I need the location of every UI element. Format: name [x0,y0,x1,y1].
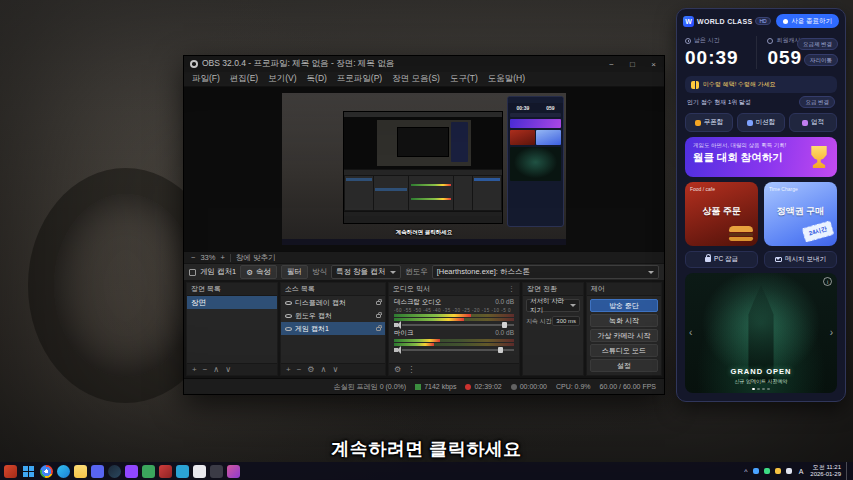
obs-window[interactable]: OBS 32.0.4 - 프로파일: 제목 없음 - 장면: 제목 없음 − □… [183,55,665,395]
window-dropdown[interactable]: [Hearthstone.exe]: 하스스톤 [432,265,659,279]
taskbar-app-icon[interactable] [125,465,138,478]
mail-icon [775,257,782,262]
mixer-config-icon[interactable]: ⚙ [394,366,401,374]
taskbar-app-icon[interactable] [193,465,206,478]
taskbar-app-icon[interactable] [57,465,70,478]
add-source-icon[interactable]: + [286,366,291,374]
remove-source-icon[interactable]: − [297,366,302,374]
tab-coupon-box[interactable]: 쿠폰함 [685,113,733,132]
taskbar-app-icon[interactable] [40,465,53,478]
tray-app-icon[interactable] [775,468,781,474]
carousel-next-icon[interactable]: › [830,327,833,338]
game-ad-banner[interactable]: GRAND OPEN 신규 업데이트 사전예약 i ‹ › [685,273,837,393]
visibility-eye-icon[interactable] [285,327,292,331]
add-scene-icon[interactable]: + [192,366,197,374]
source-row[interactable]: 윈도우 캡처 [281,309,385,322]
taskbar-app-icon[interactable] [159,465,172,478]
windows-start-icon[interactable] [23,466,34,477]
volume-slider[interactable] [402,324,514,326]
lock-icon[interactable] [376,314,381,318]
show-desktop-button[interactable] [846,462,849,480]
source-up-icon[interactable]: ∧ [321,366,327,374]
time-pass-card[interactable]: Time Charge 정액권 구매 24시간 [764,182,837,246]
speaker-icon[interactable] [394,348,398,352]
tab-achievements[interactable]: 업적 [789,113,837,132]
fit-to-window-button[interactable]: 창에 맞추기 [236,253,276,263]
taskbar-app-icon[interactable] [142,465,155,478]
hd-badge[interactable]: HD [755,17,770,25]
taskbar-app-icon[interactable] [108,465,121,478]
scene-down-icon[interactable]: ∨ [225,366,231,374]
lock-icon[interactable] [376,301,381,305]
studio-mode-button[interactable]: 스튜디오 모드 [590,344,658,357]
volume-meter [394,343,514,346]
taskbar-app-icon[interactable] [227,465,240,478]
source-properties-icon[interactable]: ⚙ [307,366,314,374]
filters-button[interactable]: 필터 [281,265,308,279]
mixer-menu-icon[interactable]: ⋮ [508,285,515,293]
volume-slider[interactable] [402,349,514,351]
rate-change-pill[interactable]: 요금제 변경 [797,38,838,50]
click-to-continue-text[interactable]: 계속하려면 클릭하세요 [0,437,853,461]
tray-app-icon[interactable] [753,468,759,474]
properties-button[interactable]: ⚙ 속성 [240,265,277,279]
menu-edit[interactable]: 편집(E) [225,73,263,85]
visibility-eye-icon[interactable] [285,301,292,305]
menu-view[interactable]: 보기(V) [263,73,301,85]
carousel-dots[interactable] [685,388,837,391]
end-session-button[interactable]: 사용 종료하기 [776,14,839,28]
start-recording-button[interactable]: 녹화 시작 [590,314,658,327]
duration-spinbox[interactable]: 300 ms [552,316,580,326]
scene-up-icon[interactable]: ∧ [213,366,219,374]
seat-move-button[interactable]: 자리이동 [804,54,838,66]
zoom-out-icon[interactable]: − [191,253,195,262]
send-message-button[interactable]: 메시지 보내기 [764,251,837,268]
remove-scene-icon[interactable]: − [203,366,208,374]
benefit-notice[interactable]: 미수령 혜택! 수령해 가세요 [685,76,837,93]
tray-expand-icon[interactable]: ^ [744,468,747,475]
carousel-prev-icon[interactable]: ‹ [689,327,692,338]
taskbar-app-icon[interactable] [210,465,223,478]
ime-indicator[interactable]: A [797,468,806,475]
menu-profile[interactable]: 프로파일(P) [332,73,387,85]
duration-label: 지속 시간 [526,317,552,326]
pc-lock-button[interactable]: PC 잠금 [685,251,758,268]
tab-mission-box[interactable]: 미션함 [737,113,785,132]
zoom-in-icon[interactable]: + [220,253,224,262]
taskbar-app-icon[interactable] [74,465,87,478]
mode-dropdown[interactable]: 특정 창을 캡처 [331,265,401,279]
info-icon[interactable]: i [823,277,832,286]
taskbar-app-icon[interactable] [176,465,189,478]
tray-app-icon[interactable] [764,468,770,474]
start-virtual-camera-button[interactable]: 가상 카메라 시작 [590,329,658,342]
speaker-icon[interactable] [394,323,398,327]
taskbar-clock[interactable]: 오전 11:21 2026-01-29 [810,464,841,479]
taskbar-app-icon[interactable] [4,465,17,478]
obs-titlebar[interactable]: OBS 32.0.4 - 프로파일: 제목 없음 - 장면: 제목 없음 − □… [184,56,664,72]
close-icon[interactable]: × [643,56,664,72]
visibility-eye-icon[interactable] [285,314,292,318]
food-order-card[interactable]: Food / cafe 상품 주문 [685,182,758,246]
menu-scene-collection[interactable]: 장면 모음(S) [387,73,445,85]
source-row-selected[interactable]: 게임 캡처1 [281,322,385,335]
mixer-more-icon[interactable]: ⋮ [407,366,415,374]
stop-streaming-button[interactable]: 방송 중단 [590,299,658,312]
scene-item[interactable]: 장면 [187,296,277,309]
menu-file[interactable]: 파일(F) [187,73,225,85]
maximize-icon[interactable]: □ [622,56,643,72]
settings-button[interactable]: 설정 [590,359,658,372]
obs-preview-canvas[interactable]: 00:39 059 계속하려면 클릭하세요 [184,87,664,251]
tray-app-icon[interactable] [786,468,792,474]
transition-dropdown[interactable]: 서서히 사라지기 [526,299,580,312]
taskbar-app-icon[interactable] [91,465,104,478]
source-row[interactable]: 디스플레이 캡처 [281,296,385,309]
time-cash-section: 남은 시간 00:39 회원캐시 059 요금제 변경 자리이동 [677,33,845,74]
tournament-banner[interactable]: 게임도 하면서, 대량의 상품 획득 기회! 월클 대회 참여하기 [685,137,837,177]
lock-icon[interactable] [376,327,381,331]
source-down-icon[interactable]: ∨ [332,366,338,374]
minimize-icon[interactable]: − [601,56,622,72]
menu-tools[interactable]: 도구(T) [445,73,483,85]
rate-button[interactable]: 요금 변경 [799,96,835,108]
menu-help[interactable]: 도움말(H) [483,73,530,85]
menu-dock[interactable]: 독(D) [302,73,332,85]
